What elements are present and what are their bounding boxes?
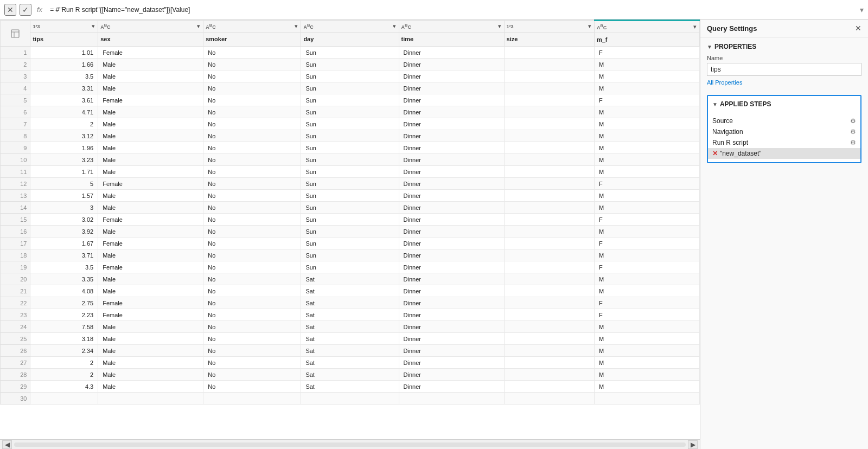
expand-icon[interactable]: ▾ [860,5,864,14]
cell-size [504,357,594,369]
cell-day: Sun [301,94,399,106]
row-number: 1 [1,47,30,59]
step-item[interactable]: Source⚙ [708,116,860,126]
table-wrapper[interactable]: 1²3 ▾ tips ABC [0,20,700,439]
cell-smoker: No [203,130,301,142]
step-item[interactable]: Navigation⚙ [708,126,860,137]
cell-sex: Male [98,106,203,118]
cell-smoker: No [203,142,301,154]
h-scrollbar[interactable]: ◀ ▶ [0,439,700,449]
cell-smoker: No [203,249,301,261]
day-type: ABC [303,23,313,30]
confirm-button[interactable]: ✓ [20,4,31,16]
scroll-right-btn[interactable]: ▶ [688,440,698,449]
cell-mf: M [594,249,699,261]
cell-time: Dinner [399,369,504,381]
cancel-button[interactable]: ✕ [4,4,16,16]
sex-filter-btn[interactable]: ▾ [196,22,201,30]
cell-day: Sun [301,47,399,59]
cell-tips: 3 [30,202,98,214]
table-row: 282MaleNoSatDinnerM [1,369,700,381]
name-input[interactable] [707,63,861,76]
cell-mf: F [594,309,699,321]
row-number: 15 [1,214,30,226]
size-filter-btn[interactable]: ▾ [588,22,592,30]
properties-title: ▼ PROPERTIES [707,43,861,50]
h-scroll-track[interactable] [14,442,686,447]
smoker-type: ABC [206,23,215,30]
table-row: 183.71MaleNoSunDinnerM [1,249,700,261]
row-number: 30 [1,393,30,405]
cell-sex: Male [98,345,203,357]
panel-close-btn[interactable]: ✕ [855,24,861,33]
cell-size [504,106,594,118]
cell-size [504,47,594,59]
cell-tips: 3.5 [30,70,98,82]
cell-sex: Male [98,381,203,393]
cell-time: Dinner [399,154,504,166]
step-label: Source [712,117,733,125]
step-item[interactable]: Run R script⚙ [708,137,860,148]
step-gear-btn[interactable]: ⚙ [850,139,856,146]
cell-size [504,130,594,142]
cell-smoker: No [203,202,301,214]
cell-tips: 2 [30,357,98,369]
size-type: 1²3 [507,24,514,29]
row-number: 24 [1,321,30,333]
cell-smoker: No [203,214,301,226]
cell-sex: Male [98,130,203,142]
cell-sex: Male [98,82,203,94]
cell-size [504,190,594,202]
cell-size [504,59,594,70]
cell-time: Dinner [399,214,504,226]
row-number: 9 [1,142,30,154]
cell-size [504,226,594,238]
cell-day: Sat [301,369,399,381]
cell-sex: Male [98,202,203,214]
step-item[interactable]: ✕"new_dataset" [708,148,860,159]
col-header-sex: ABC ▾ sex [98,21,203,47]
tips-filter-btn[interactable]: ▾ [91,22,95,30]
cell-day: Sat [301,381,399,393]
cell-tips: 7.58 [30,321,98,333]
cell-tips: 2 [30,369,98,381]
cell-size [504,178,594,190]
cell-sex: Female [98,238,203,249]
cell-sex: Male [98,369,203,381]
scroll-left-btn[interactable]: ◀ [2,440,12,449]
size-col-label: size [507,36,518,42]
cell-size [504,369,594,381]
cell-mf: F [594,238,699,249]
cell-mf: M [594,226,699,238]
mf-type: ABC [597,23,607,30]
cell-tips: 3.5 [30,261,98,273]
mf-col-label: m_f [597,36,608,43]
cell-day: Sun [301,190,399,202]
formula-input[interactable] [48,6,857,14]
col-header-size: 1²3 ▾ size [504,21,594,47]
all-properties-link[interactable]: All Properties [707,79,742,86]
cell-size [504,393,594,405]
step-gear-btn[interactable]: ⚙ [850,128,856,136]
cell-tips: 1.66 [30,59,98,70]
cell-mf: M [594,190,699,202]
cell-tips: 3.23 [30,154,98,166]
cell-smoker: No [203,166,301,178]
cell-smoker: No [203,321,301,333]
cell-sex: Male [98,249,203,261]
cell-time: Dinner [399,357,504,369]
cell-mf: M [594,142,699,154]
smoker-filter-btn[interactable]: ▾ [294,22,298,30]
row-number: 17 [1,238,30,249]
cell-time: Dinner [399,118,504,130]
table-row: 232.23FemaleNoSatDinnerF [1,309,700,321]
cell-sex: Female [98,297,203,309]
row-number: 4 [1,82,30,94]
mf-filter-btn[interactable]: ▾ [693,23,697,31]
time-filter-btn[interactable]: ▾ [497,22,502,30]
day-filter-btn[interactable]: ▾ [392,22,397,30]
cell-mf: F [594,94,699,106]
cell-tips: 5 [30,178,98,190]
table-row: 294.3MaleNoSatDinnerM [1,381,700,393]
step-gear-btn[interactable]: ⚙ [850,117,856,125]
